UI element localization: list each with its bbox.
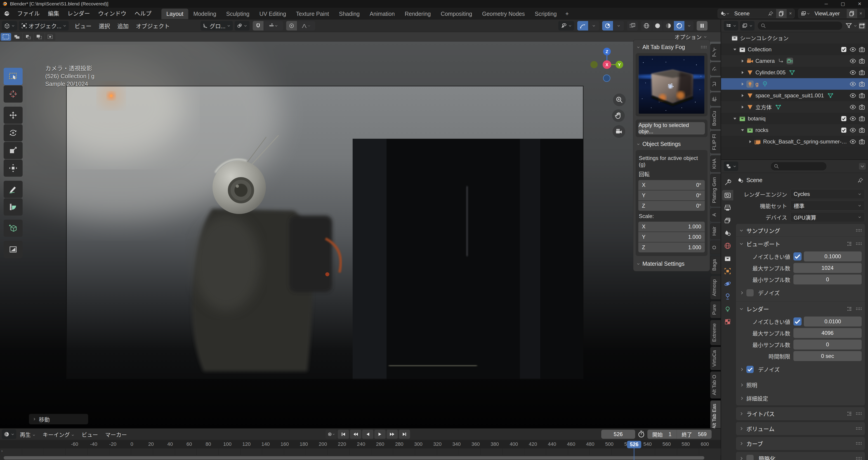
- workspace-tab-uv-editing[interactable]: UV Editing: [254, 8, 291, 19]
- npanel-tab-a[interactable]: A: [710, 208, 721, 222]
- tool-rotate[interactable]: [4, 124, 23, 141]
- section-header-ボリューム[interactable]: ボリューム: [736, 423, 865, 435]
- new-collection-icon[interactable]: [859, 22, 866, 29]
- denoise-render-toggle[interactable]: デノイズ: [736, 363, 865, 376]
- outliner-row-6[interactable]: 立方体: [721, 101, 868, 113]
- pan-view-icon[interactable]: [612, 109, 625, 122]
- value-field[interactable]: 0.0100: [804, 317, 862, 326]
- hide-eye-toggle[interactable]: [849, 138, 856, 145]
- section-header-サンプリング[interactable]: サンプリング: [736, 224, 865, 236]
- outliner-row-5[interactable]: space_suit_space_suit1.001: [721, 90, 868, 101]
- value-field[interactable]: 1024: [794, 263, 862, 273]
- properties-tab-texture[interactable]: [722, 317, 733, 327]
- play-button[interactable]: [374, 430, 385, 439]
- outliner-display-mode-button[interactable]: [740, 21, 754, 31]
- camera-visibility-toggle[interactable]: [859, 104, 865, 110]
- outliner-item-label[interactable]: Camera: [755, 58, 775, 64]
- tool-scale[interactable]: [4, 142, 23, 159]
- hide-eye-toggle[interactable]: [849, 104, 856, 110]
- value-field[interactable]: 4096: [794, 328, 862, 338]
- workspace-tab-rendering[interactable]: Rendering: [400, 8, 436, 19]
- npanel-tab-flip-fl[interactable]: FLIP Fl: [710, 131, 721, 154]
- value-field[interactable]: 0: [794, 339, 862, 350]
- npanel-tab-kha[interactable]: KHA: [710, 155, 721, 172]
- camera-visibility-toggle[interactable]: [859, 138, 865, 145]
- overlays-toggle[interactable]: [602, 21, 613, 31]
- current-frame-field[interactable]: 526: [601, 430, 635, 439]
- breadcrumb-scene-name[interactable]: Scene: [746, 177, 763, 184]
- menu-1[interactable]: 編集: [44, 9, 63, 18]
- section-header-カーブ[interactable]: カーブ: [736, 437, 865, 450]
- npanel-tab-ビ[interactable]: ビ: [710, 77, 721, 91]
- snap-magnet-toggle[interactable]: [253, 21, 264, 31]
- properties-tab-view-layer[interactable]: [722, 215, 733, 226]
- outliner-row-8[interactable]: rocks: [721, 124, 868, 136]
- transform-orientation-dropdown[interactable]: グロ...: [200, 21, 233, 31]
- outliner-item-label[interactable]: 立方体: [755, 103, 772, 111]
- show-gizmo-dropdown[interactable]: [558, 21, 574, 31]
- npanel-tab-o[interactable]: O: [710, 241, 721, 254]
- camera-view-icon[interactable]: [613, 125, 625, 138]
- properties-search-input[interactable]: [770, 162, 827, 171]
- viewlayer-name[interactable]: ViewLayer: [812, 9, 846, 18]
- workspace-tab-scripting[interactable]: Scripting: [530, 8, 562, 19]
- select-mode-intersect-icon[interactable]: [45, 33, 55, 41]
- pivot-point-dropdown[interactable]: [235, 21, 250, 31]
- outliner-row-7[interactable]: botaniq: [721, 113, 868, 124]
- timeline-channels[interactable]: ›: [0, 449, 721, 455]
- outliner-row-2[interactable]: Camera: [721, 55, 868, 67]
- unlink-scene-icon[interactable]: ✕: [786, 9, 794, 18]
- shading-dropdown[interactable]: [684, 21, 693, 31]
- tool-measure[interactable]: [4, 198, 23, 216]
- section-header-レンダー[interactable]: レンダー: [736, 303, 865, 315]
- play-reverse-button[interactable]: [362, 430, 373, 439]
- properties-editor-type-button[interactable]: [724, 162, 738, 171]
- shading-rendered-button[interactable]: [674, 21, 684, 31]
- timeline-editor-type-button[interactable]: [2, 429, 16, 439]
- properties-tab-object[interactable]: [722, 266, 733, 276]
- select-mode-subtract-icon[interactable]: [23, 33, 33, 41]
- rotation-field-x[interactable]: X0°: [638, 180, 705, 190]
- stopwatch-icon[interactable]: [638, 430, 645, 438]
- playhead-marker[interactable]: 526: [627, 441, 641, 448]
- minimize-button[interactable]: ─: [818, 0, 835, 8]
- exclude-checkbox[interactable]: [840, 115, 847, 122]
- npanel-tab-baga[interactable]: Baga: [710, 256, 721, 274]
- viewport-menu-2[interactable]: 追加: [114, 22, 132, 30]
- operator-panel-move[interactable]: 移動: [29, 414, 88, 424]
- value-checkbox[interactable]: [794, 318, 802, 326]
- npanel-tab-extreme[interactable]: Extreme: [710, 320, 721, 345]
- tool-shader-tool[interactable]: [4, 241, 23, 258]
- npanel-tab-alt-tab-eas[interactable]: Alt Tab Eas: [710, 400, 721, 428]
- outliner-item-label[interactable]: g: [755, 81, 758, 87]
- outliner-item-label[interactable]: rocks: [755, 127, 768, 133]
- xray-toggle[interactable]: [627, 21, 638, 31]
- viewlayer-icon[interactable]: [798, 9, 812, 18]
- timeline-menu-1[interactable]: キーイング: [39, 430, 78, 438]
- npanel-tab-pure[interactable]: Pure: [710, 301, 721, 318]
- outliner-row-3[interactable]: Cylinder.005: [721, 67, 868, 78]
- new-scene-icon[interactable]: [776, 9, 786, 18]
- workspace-tab-modeling[interactable]: Modeling: [188, 8, 221, 19]
- field-dropdown-1[interactable]: 標準: [790, 201, 865, 210]
- editor-type-button[interactable]: [2, 21, 17, 31]
- lighting-subsection[interactable]: 照明: [736, 378, 865, 392]
- shading-material-button[interactable]: [663, 21, 674, 31]
- hide-eye-toggle[interactable]: [849, 81, 856, 88]
- field-dropdown-2[interactable]: GPU演算: [790, 212, 865, 222]
- viewport-render-canvas[interactable]: [0, 41, 721, 428]
- camera-visibility-toggle[interactable]: [859, 127, 865, 134]
- outliner-item-label[interactable]: botaniq: [748, 116, 766, 122]
- tool-select-box[interactable]: [4, 68, 23, 85]
- outliner-item-label[interactable]: Collection: [748, 46, 772, 53]
- shading-solid-button[interactable]: [652, 21, 663, 31]
- properties-tab-output[interactable]: [722, 203, 733, 213]
- outliner-row-9[interactable]: Rock_Basalt_C_spring-summer-autumn: [721, 136, 868, 147]
- properties-tab-light-data[interactable]: [722, 304, 733, 314]
- exclude-checkbox[interactable]: [840, 46, 847, 53]
- prev-keyframe-button[interactable]: [350, 430, 361, 439]
- gizmos-dropdown[interactable]: [588, 21, 599, 31]
- drag-dots-icon[interactable]: [701, 46, 707, 49]
- camera-visibility-toggle[interactable]: [859, 81, 865, 88]
- camera-visibility-toggle[interactable]: [859, 69, 865, 76]
